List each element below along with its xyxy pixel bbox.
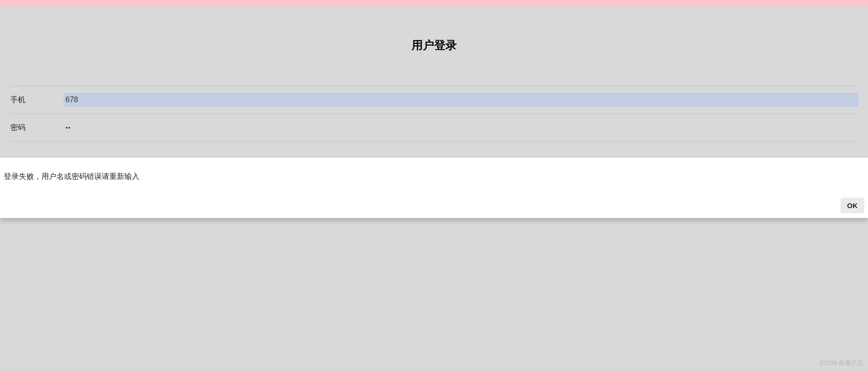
page-title: 用户登录 (0, 38, 868, 53)
phone-input[interactable] (64, 93, 859, 107)
password-label: 密码 (9, 123, 64, 133)
watermark: CSDN @曼亿点 (819, 359, 863, 367)
login-form: 手机 密码 •• (0, 86, 868, 142)
alert-dialog: 登录失败，用户名或密码错误请重新输入 OK (0, 158, 868, 218)
ok-button[interactable]: OK (841, 198, 865, 213)
alert-actions: OK (0, 198, 868, 218)
phone-label: 手机 (9, 95, 64, 105)
phone-row: 手机 (9, 86, 859, 114)
phone-input-wrapper (64, 93, 859, 107)
password-row: 密码 •• (9, 113, 859, 142)
password-value: •• (64, 124, 71, 131)
password-input-wrapper[interactable]: •• (64, 123, 859, 132)
top-accent-bar (0, 0, 868, 7)
alert-message: 登录失败，用户名或密码错误请重新输入 (0, 158, 868, 198)
